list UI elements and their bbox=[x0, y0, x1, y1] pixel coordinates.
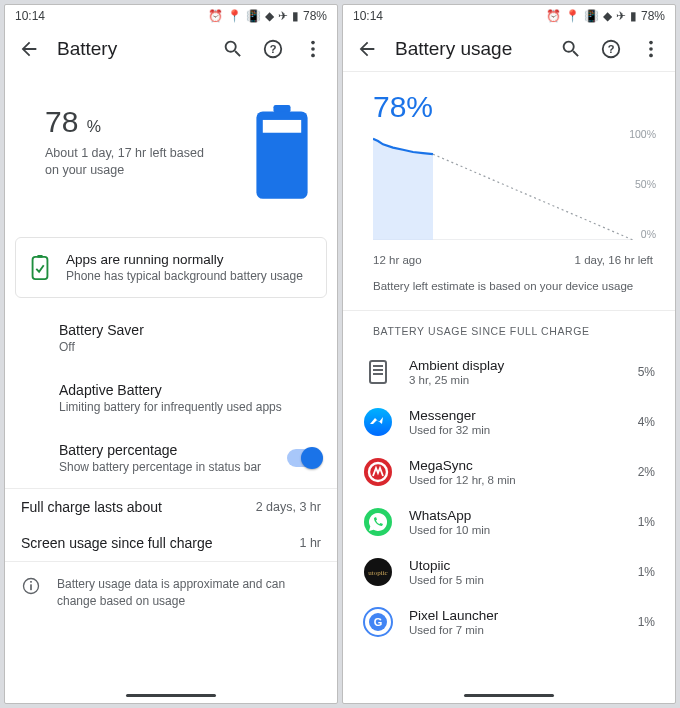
svg-text:G: G bbox=[374, 616, 383, 628]
row-sub: Limiting battery for infrequently used a… bbox=[59, 400, 321, 414]
svg-rect-19 bbox=[370, 361, 386, 383]
help-icon: ? bbox=[600, 38, 622, 60]
app-name: MegaSync bbox=[409, 458, 622, 473]
row-value: 1 hr bbox=[299, 536, 321, 550]
x-start-label: 12 hr ago bbox=[373, 254, 422, 266]
app-usage-row[interactable]: Ambient display3 hr, 25 min5% bbox=[343, 347, 675, 397]
app-usage-row[interactable]: MessengerUsed for 32 min4% bbox=[343, 397, 675, 447]
usage-list-header: BATTERY USAGE SINCE FULL CHARGE bbox=[343, 311, 675, 347]
back-arrow-icon bbox=[18, 38, 40, 60]
apps-normal-card[interactable]: Apps are running normally Phone has typi… bbox=[15, 237, 327, 298]
app-usage-row[interactable]: utopiicUtopiicUsed for 5 min1% bbox=[343, 547, 675, 597]
footnote-text: Battery usage data is approximate and ca… bbox=[57, 576, 321, 610]
help-button[interactable]: ? bbox=[261, 37, 285, 61]
battery-hero: 78 % About 1 day, 17 hr left based on yo… bbox=[5, 71, 337, 227]
overflow-button[interactable] bbox=[639, 37, 663, 61]
app-icon bbox=[363, 357, 393, 387]
svg-rect-5 bbox=[273, 105, 290, 112]
app-icon: G bbox=[363, 607, 393, 637]
nav-pill[interactable] bbox=[464, 694, 554, 697]
app-sub: Used for 10 min bbox=[409, 524, 622, 536]
overflow-button[interactable] bbox=[301, 37, 325, 61]
app-sub: Used for 7 min bbox=[409, 624, 622, 636]
app-sub: Used for 12 hr, 8 min bbox=[409, 474, 622, 486]
airplane-icon: ✈ bbox=[278, 10, 288, 22]
battery-check-icon bbox=[30, 255, 50, 281]
content: 78 % About 1 day, 17 hr left based on yo… bbox=[5, 71, 337, 703]
battery-percentage-toggle[interactable] bbox=[287, 449, 321, 467]
full-charge-row[interactable]: Full charge lasts about 2 days, 3 hr bbox=[5, 489, 337, 525]
search-icon bbox=[222, 38, 244, 60]
svg-text:?: ? bbox=[608, 43, 615, 55]
alarm-icon: ⏰ bbox=[546, 10, 561, 22]
x-end-label: 1 day, 16 hr left bbox=[575, 254, 653, 266]
battery-large-icon bbox=[247, 105, 317, 201]
svg-rect-12 bbox=[30, 581, 32, 583]
page-title: Battery bbox=[57, 38, 205, 60]
battery-saver-row[interactable]: Battery Saver Off bbox=[5, 308, 337, 368]
card-subtitle: Phone has typical background battery usa… bbox=[66, 269, 303, 283]
svg-text:?: ? bbox=[270, 43, 277, 55]
back-button[interactable] bbox=[17, 37, 41, 61]
app-pct: 1% bbox=[638, 515, 655, 529]
app-usage-row[interactable]: GPixel LauncherUsed for 7 min1% bbox=[343, 597, 675, 647]
app-usage-row[interactable]: WhatsAppUsed for 10 min1% bbox=[343, 497, 675, 547]
svg-rect-21 bbox=[373, 369, 383, 371]
page-title: Battery usage bbox=[395, 38, 543, 60]
adaptive-battery-row[interactable]: Adaptive Battery Limiting battery for in… bbox=[5, 368, 337, 428]
search-button[interactable] bbox=[221, 37, 245, 61]
back-button[interactable] bbox=[355, 37, 379, 61]
row-label: Adaptive Battery bbox=[59, 382, 321, 398]
status-icons: ⏰ 📍 📳 ◆ ✈ ▮ 78% bbox=[208, 10, 327, 22]
status-icons: ⏰ 📍 📳 ◆ ✈ ▮ 78% bbox=[546, 10, 665, 22]
back-arrow-icon bbox=[356, 38, 378, 60]
location-icon: 📍 bbox=[565, 10, 580, 22]
battery-chart[interactable]: 100% 50% 0% bbox=[373, 130, 655, 248]
chart-note: Battery left estimate is based on your d… bbox=[343, 266, 675, 310]
app-name: Pixel Launcher bbox=[409, 608, 622, 623]
app-usage-row[interactable]: MegaSyncUsed for 12 hr, 8 min2% bbox=[343, 447, 675, 497]
help-button[interactable]: ? bbox=[599, 37, 623, 61]
svg-rect-22 bbox=[373, 373, 383, 375]
app-pct: 2% bbox=[638, 465, 655, 479]
content: 78% 100% 50% 0% 12 hr ago 1 day, 16 hr l… bbox=[343, 72, 675, 703]
chart-x-labels: 12 hr ago 1 day, 16 hr left bbox=[373, 254, 653, 266]
app-icon bbox=[363, 407, 393, 437]
row-label: Screen usage since full charge bbox=[21, 535, 287, 551]
app-name: WhatsApp bbox=[409, 508, 622, 523]
app-icon bbox=[363, 507, 393, 537]
battery-percentage-large: 78 % bbox=[45, 105, 247, 139]
app-bar: Battery ? bbox=[5, 27, 337, 71]
more-vert-icon bbox=[302, 38, 324, 60]
svg-point-4 bbox=[311, 54, 315, 58]
svg-point-23 bbox=[364, 408, 392, 436]
search-button[interactable] bbox=[559, 37, 583, 61]
status-battery-text: 78% bbox=[303, 10, 327, 22]
app-icon bbox=[363, 457, 393, 487]
battery-percentage-row[interactable]: Battery percentage Show battery percenta… bbox=[5, 428, 337, 488]
battery-estimate-text: About 1 day, 17 hr left based on your us… bbox=[45, 145, 205, 179]
svg-rect-20 bbox=[373, 365, 383, 367]
status-battery-text: 78% bbox=[641, 10, 665, 22]
row-label: Battery percentage bbox=[59, 442, 275, 458]
app-pct: 1% bbox=[638, 565, 655, 579]
row-sub: Show battery percentage in status bar bbox=[59, 460, 275, 474]
app-name: Ambient display bbox=[409, 358, 622, 373]
app-sub: Used for 32 min bbox=[409, 424, 622, 436]
status-time: 10:14 bbox=[353, 9, 383, 23]
alarm-icon: ⏰ bbox=[208, 10, 223, 22]
vibrate-icon: 📳 bbox=[584, 10, 599, 22]
app-bar: Battery usage ? bbox=[343, 27, 675, 71]
app-icon: utopiic bbox=[363, 557, 393, 587]
airplane-icon: ✈ bbox=[616, 10, 626, 22]
screen-usage-row[interactable]: Screen usage since full charge 1 hr bbox=[5, 525, 337, 561]
app-name: Utopiic bbox=[409, 558, 622, 573]
svg-rect-9 bbox=[33, 256, 48, 278]
battery-usage-screen: 10:14 ⏰ 📍 📳 ◆ ✈ ▮ 78% Battery usage ? 78… bbox=[342, 4, 676, 704]
footnote: Battery usage data is approximate and ca… bbox=[5, 562, 337, 624]
row-label: Battery Saver bbox=[59, 322, 321, 338]
wifi-icon: ◆ bbox=[603, 10, 612, 22]
svg-rect-11 bbox=[30, 584, 32, 590]
nav-pill[interactable] bbox=[126, 694, 216, 697]
app-sub: 3 hr, 25 min bbox=[409, 374, 622, 386]
